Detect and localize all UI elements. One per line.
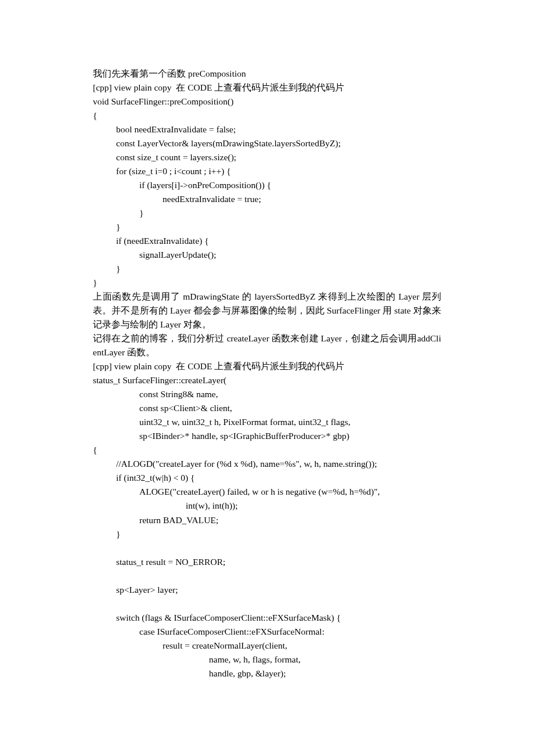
text-line: if (int32_t(w|h) < 0) { xyxy=(93,471,441,485)
text-line: } xyxy=(93,206,441,220)
document-page: 我们先来看第一个函数 preComposition[cpp] view plai… xyxy=(0,0,534,756)
text-line: } xyxy=(93,527,441,541)
text-line: if (layers[i]->onPreComposition()) { xyxy=(93,178,441,192)
text-line xyxy=(93,541,441,555)
text-line xyxy=(93,597,441,611)
text-line: case ISurfaceComposerClient::eFXSurfaceN… xyxy=(93,625,441,639)
text-line: 上面函数先是调用了 mDrawingState 的 layersSortedBy… xyxy=(93,290,441,332)
text-line: status_t SurfaceFlinger::createLayer( xyxy=(93,373,441,387)
text-line: const size_t count = layers.size(); xyxy=(93,150,441,164)
text-line: } xyxy=(93,220,441,234)
text-line: const sp<Client>& client, xyxy=(93,401,441,415)
text-line: result = createNormalLayer(client, xyxy=(93,639,441,653)
text-line: { xyxy=(93,109,441,123)
text-line: sp<Layer> layer; xyxy=(93,583,441,597)
text-line: return BAD_VALUE; xyxy=(93,513,441,527)
text-line: int(w), int(h)); xyxy=(93,499,441,513)
text-line: if (needExtraInvalidate) { xyxy=(93,234,441,248)
text-line: switch (flags & ISurfaceComposerClient::… xyxy=(93,611,441,625)
text-line: const LayerVector& layers(mDrawingState.… xyxy=(93,136,441,150)
text-line: [cpp] view plain copy 在 CODE 上查看代码片派生到我的… xyxy=(93,359,441,373)
text-line: status_t result = NO_ERROR; xyxy=(93,555,441,569)
text-line: needExtraInvalidate = true; xyxy=(93,192,441,206)
text-line: 记得在之前的博客，我们分析过 createLayer 函数来创建 Layer，创… xyxy=(93,332,441,359)
text-line: [cpp] view plain copy 在 CODE 上查看代码片派生到我的… xyxy=(93,81,441,95)
text-line: handle, gbp, &layer); xyxy=(93,667,441,681)
text-line: ALOGE("createLayer() failed, w or h is n… xyxy=(93,485,441,499)
text-line: sp<IBinder>* handle, sp<IGraphicBufferPr… xyxy=(93,429,441,443)
text-line xyxy=(93,569,441,583)
text-line: //ALOGD("createLayer for (%d x %d), name… xyxy=(93,457,441,471)
text-line: 我们先来看第一个函数 preComposition xyxy=(93,67,441,81)
text-line: } xyxy=(93,262,441,276)
text-line: void SurfaceFlinger::preComposition() xyxy=(93,95,441,109)
text-line: uint32_t w, uint32_t h, PixelFormat form… xyxy=(93,415,441,429)
text-line: } xyxy=(93,276,441,290)
text-line: const String8& name, xyxy=(93,387,441,401)
text-line: { xyxy=(93,443,441,457)
text-line: bool needExtraInvalidate = false; xyxy=(93,123,441,136)
text-line: name, w, h, flags, format, xyxy=(93,653,441,667)
text-line: for (size_t i=0 ; i<count ; i++) { xyxy=(93,164,441,178)
text-line: signalLayerUpdate(); xyxy=(93,248,441,262)
